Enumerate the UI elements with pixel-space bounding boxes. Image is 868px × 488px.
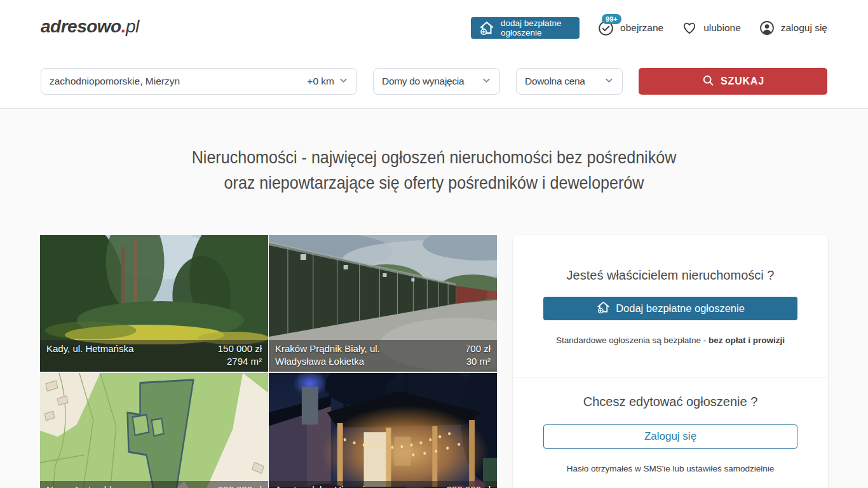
add-listing-sidebar-button[interactable]: Dodaj bezpłatne ogłoszenie xyxy=(543,297,797,320)
property-type-value: Domy do wynajęcia xyxy=(382,76,464,87)
listing-photo-map xyxy=(40,373,268,488)
header-actions: dodaj bezpłatne ogłoszenie 99+ obejrzane xyxy=(471,0,827,56)
listing-caption: Jurata, ul. ks. Hieronima 380 000 zł xyxy=(269,481,497,488)
listing-area: 30 m² xyxy=(466,356,491,367)
listing-card[interactable]: Jurata, ul. ks. Hieronima 380 000 zł xyxy=(269,373,497,488)
page-title-line2: oraz niepowtarzające się oferty pośredni… xyxy=(224,172,644,193)
edit-note: Hasło otrzymałeś w SMS'ie lub ustawiłeś … xyxy=(543,464,797,473)
radius-value: +0 km xyxy=(307,76,334,87)
price-select[interactable]: Dowolna cena xyxy=(516,68,623,95)
listing-caption: Kady, ul. Hetmańska 150 000 zł 2794 m² xyxy=(40,340,268,372)
viewed-count-badge: 99+ xyxy=(602,14,621,24)
owner-note-text: Standardowe ogłoszenia są bezpłatne - xyxy=(556,336,709,345)
favorites-link[interactable]: ulubione xyxy=(681,20,741,36)
listing-price: 380 000 zł xyxy=(447,484,491,488)
check-circle-icon: 99+ xyxy=(597,20,614,37)
login-label: zaloguj się xyxy=(781,22,827,34)
listing-photo-gazebo xyxy=(269,373,497,488)
chevron-down-icon xyxy=(339,76,348,88)
add-listing-label: dodaj bezpłatne ogłoszenie xyxy=(501,18,572,37)
chevron-down-icon xyxy=(604,76,614,88)
favorites-label: ulubione xyxy=(703,22,741,34)
house-plus-icon xyxy=(596,300,611,317)
edit-heading: Chcesz edytować ogłoszenie ? xyxy=(543,395,797,409)
listing-card[interactable]: Kraków Prądnik Biały, ul. Władysława Łok… xyxy=(269,235,497,372)
viewed-link[interactable]: 99+ obejrzane xyxy=(597,20,663,37)
listing-name: Nowe Jastrzębko xyxy=(46,484,119,488)
login-sidebar-button[interactable]: Zaloguj się xyxy=(543,424,797,449)
sidebar: Jesteś właścicielem nieruchomości ? Doda… xyxy=(513,235,828,488)
listing-price: 300 000 zł xyxy=(218,484,262,488)
listing-area: 2794 m² xyxy=(227,356,262,367)
chevron-down-icon xyxy=(482,76,491,88)
price-value: Dowolna cena xyxy=(525,76,585,87)
logo[interactable]: adresowo.pl xyxy=(41,17,139,37)
listing-name: Kady, ul. Hetmańska xyxy=(46,342,133,368)
page-title-line1: Nieruchomości - najwięcej ogłoszeń nieru… xyxy=(192,147,677,167)
search-button[interactable]: SZUKAJ xyxy=(639,68,827,95)
owner-note-bold: bez opłat i prowizji xyxy=(709,336,785,345)
listings-grid: Kady, ul. Hetmańska 150 000 zł 2794 m² xyxy=(40,235,497,488)
listing-card[interactable]: Kady, ul. Hetmańska 150 000 zł 2794 m² xyxy=(40,235,268,372)
owner-heading: Jesteś właścicielem nieruchomości ? xyxy=(543,268,797,283)
owner-panel: Jesteś właścicielem nieruchomości ? Doda… xyxy=(513,235,828,377)
logo-tld: pl xyxy=(126,17,139,36)
page-title: Nieruchomości - najwięcej ogłoszeń nieru… xyxy=(52,144,816,195)
house-plus-icon xyxy=(478,20,495,36)
user-circle-icon xyxy=(759,20,775,36)
owner-note: Standardowe ogłoszenia są bezpłatne - be… xyxy=(543,336,797,345)
listing-caption: Kraków Prądnik Biały, ul. Władysława Łok… xyxy=(269,340,497,372)
page: adresowo.pl dodaj bezpłatne ogłoszenie xyxy=(0,0,868,488)
logo-text: adresowo xyxy=(41,17,121,36)
listing-price: 700 zł xyxy=(465,343,491,354)
search-bar: zachodniopomorskie, Mierzyn +0 km Domy d… xyxy=(41,68,827,95)
listing-caption: Nowe Jastrzębko 300 000 zł xyxy=(40,481,268,488)
magnifier-icon xyxy=(702,74,715,90)
listing-card[interactable]: Nowe Jastrzębko 300 000 zł xyxy=(40,373,268,488)
listing-name: Jurata, ul. ks. Hieronima xyxy=(275,484,378,488)
location-value: zachodniopomorskie, Mierzyn xyxy=(50,76,180,87)
add-listing-sidebar-label: Dodaj bezpłatne ogłoszenie xyxy=(616,302,745,315)
heart-outline-icon xyxy=(681,20,698,36)
radius-selector[interactable]: +0 km xyxy=(307,76,348,88)
logo-dot: . xyxy=(121,17,126,36)
site-header: adresowo.pl dodaj bezpłatne ogłoszenie xyxy=(0,0,868,56)
listing-name: Kraków Prądnik Biały, ul. Władysława Łok… xyxy=(275,342,400,368)
viewed-label: obejrzane xyxy=(620,22,663,34)
listing-price: 150 000 zł xyxy=(218,343,262,354)
location-input[interactable]: zachodniopomorskie, Mierzyn +0 km xyxy=(41,68,357,95)
login-sidebar-label: Zaloguj się xyxy=(644,430,696,443)
login-link[interactable]: zaloguj się xyxy=(759,20,827,36)
add-listing-button[interactable]: dodaj bezpłatne ogłoszenie xyxy=(471,17,580,39)
edit-panel: Chcesz edytować ogłoszenie ? Zaloguj się… xyxy=(513,377,828,488)
search-button-label: SZUKAJ xyxy=(721,76,764,87)
property-type-select[interactable]: Domy do wynajęcia xyxy=(373,68,500,95)
